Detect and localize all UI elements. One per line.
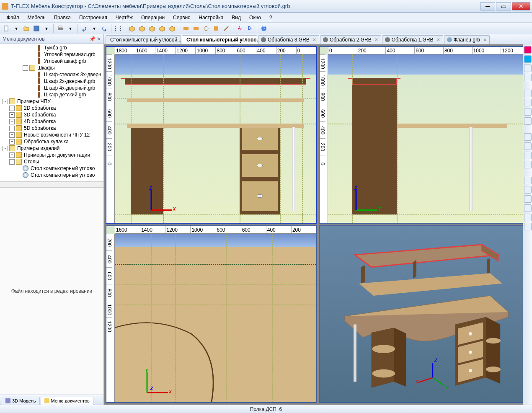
- rt-12[interactable]: [524, 161, 532, 168]
- tool-b-button[interactable]: [191, 24, 201, 33]
- tree-item[interactable]: -Примеры ЧПУ: [1, 98, 103, 105]
- box2-button[interactable]: [137, 24, 147, 33]
- tool-d-button[interactable]: [212, 24, 221, 33]
- rt-1[interactable]: [524, 46, 532, 54]
- help-button[interactable]: ?: [259, 24, 269, 33]
- new-doc-button[interactable]: [2, 24, 11, 33]
- tree-expander[interactable]: -: [9, 159, 15, 165]
- menu-?[interactable]: ?: [266, 14, 276, 21]
- text-b-button[interactable]: B²: [245, 24, 255, 33]
- tree-expander[interactable]: +: [9, 126, 15, 131]
- tree-item[interactable]: -Шкафы: [1, 65, 103, 71]
- rt-9[interactable]: [524, 133, 532, 141]
- box1-button[interactable]: [127, 24, 137, 33]
- tree-item[interactable]: Угловой шкаф.grb: [1, 58, 103, 65]
- menu-Сервис[interactable]: Сервис: [170, 14, 194, 21]
- tree-item[interactable]: +Новые возможности ЧПУ 12: [1, 132, 103, 138]
- rt-5[interactable]: [524, 90, 532, 97]
- tree-item[interactable]: Тумба.grb: [1, 44, 103, 51]
- text-a-button[interactable]: A²: [235, 24, 245, 33]
- rt-8[interactable]: [524, 117, 532, 125]
- tree-item[interactable]: +5D обработка: [1, 125, 103, 132]
- rt-18[interactable]: [524, 223, 532, 230]
- view-front[interactable]: 180016001400120010008006004002000 120010…: [106, 46, 317, 224]
- tree-expander[interactable]: +: [9, 119, 15, 124]
- tree-item[interactable]: Шкаф 2х-дверный.grb: [1, 78, 103, 85]
- rt-13[interactable]: [524, 177, 532, 184]
- box5-button[interactable]: [168, 24, 177, 33]
- open-button[interactable]: [22, 24, 31, 33]
- rt-2[interactable]: [524, 55, 532, 63]
- tree-scrollbar[interactable]: [0, 182, 103, 188]
- tree-item[interactable]: Шкаф детский.grb: [1, 91, 103, 98]
- tree-expander[interactable]: +: [9, 112, 15, 118]
- doc-tab[interactable]: Стол компьютерный угловой...✕: [106, 35, 181, 44]
- close-button[interactable]: ✕: [512, 2, 530, 10]
- tree-expander[interactable]: -: [3, 146, 8, 151]
- maximize-button[interactable]: ▭: [496, 2, 511, 10]
- rt-3[interactable]: [524, 65, 532, 72]
- rt-16[interactable]: [524, 204, 532, 212]
- box3-button[interactable]: [147, 24, 157, 33]
- tree-item[interactable]: +Примеры для документации: [1, 152, 103, 158]
- menu-Чертёж[interactable]: Чертёж: [112, 14, 136, 21]
- rt-15[interactable]: [524, 195, 532, 203]
- view-3d[interactable]: X Y Z: [319, 225, 530, 403]
- rt-17[interactable]: [524, 214, 532, 221]
- tree-item[interactable]: -Примеры изделий: [1, 145, 103, 152]
- canvas-side[interactable]: Y Z: [328, 54, 529, 223]
- doc-tab[interactable]: Стол компьютерный углово...✕: [182, 35, 257, 44]
- redo-button[interactable]: [100, 24, 109, 33]
- undo-button[interactable]: [80, 24, 89, 33]
- rt-14[interactable]: [524, 186, 532, 194]
- tree-item[interactable]: Шкаф-стеллаж 3х-дверн: [1, 71, 103, 78]
- doc-tab[interactable]: Обработка 3.GRB✕: [258, 35, 319, 44]
- canvas-top[interactable]: X Y Z: [115, 234, 316, 402]
- tree-item[interactable]: +3D обработка: [1, 111, 103, 118]
- tree-expander[interactable]: -: [23, 65, 28, 71]
- new-doc-dropdown[interactable]: ▾: [12, 24, 21, 33]
- tool-c-button[interactable]: [201, 24, 211, 33]
- save-dropdown[interactable]: ▾: [42, 24, 51, 33]
- menu-Настройка[interactable]: Настройка: [195, 14, 227, 21]
- menu-Мебель[interactable]: Мебель: [24, 14, 49, 21]
- doc-tab[interactable]: Фланец.grb✕: [444, 35, 490, 44]
- tree-item[interactable]: Шкаф 4х-дверный.grb: [1, 85, 103, 91]
- tree-item[interactable]: Стол компьютерный углово: [1, 172, 103, 178]
- pin-icon[interactable]: 📌 ✕: [89, 36, 101, 42]
- tree-item[interactable]: +Обработка кулачка: [1, 138, 103, 145]
- menu-Правка[interactable]: Правка: [50, 14, 74, 21]
- print-dropdown[interactable]: ▾: [66, 24, 75, 33]
- tree-item[interactable]: Угловой терминал.grb: [1, 51, 103, 58]
- rt-7[interactable]: [524, 108, 532, 116]
- doc-tab[interactable]: Обработка 1.GRB✕: [382, 35, 443, 44]
- tree-item[interactable]: +2D обработка: [1, 105, 103, 111]
- tree-expander[interactable]: +: [9, 152, 15, 158]
- close-icon[interactable]: ✕: [312, 37, 316, 43]
- tree-expander[interactable]: +: [9, 139, 15, 145]
- menu-Файл[interactable]: Файл: [3, 14, 23, 21]
- doc-tab[interactable]: Обработка 2.GRB✕: [320, 35, 381, 44]
- tree-item[interactable]: +4D обработка: [1, 118, 103, 125]
- box4-button[interactable]: [158, 24, 167, 33]
- save-button[interactable]: [32, 24, 41, 33]
- view-top[interactable]: 1600140012001000800600400200 20040060080…: [106, 225, 317, 403]
- tree-item[interactable]: -Столы: [1, 158, 103, 165]
- rt-4[interactable]: [524, 74, 532, 81]
- minimize-button[interactable]: ─: [480, 2, 495, 10]
- tree-expander[interactable]: +: [9, 106, 15, 111]
- tool-e-button[interactable]: [222, 24, 231, 33]
- print-button[interactable]: [56, 24, 65, 33]
- rt-11[interactable]: [524, 152, 532, 159]
- tool-a-button[interactable]: [181, 24, 191, 33]
- menu-Построения[interactable]: Построения: [76, 14, 111, 21]
- menu-Окно[interactable]: Окно: [246, 14, 264, 21]
- menu-Вид[interactable]: Вид: [228, 14, 244, 21]
- canvas-front[interactable]: X Z: [115, 54, 316, 223]
- bottom-tab[interactable]: Меню документов: [41, 397, 93, 405]
- close-icon[interactable]: ✕: [436, 37, 440, 43]
- tree-item[interactable]: Стол компьютерный углово: [1, 165, 103, 172]
- tree-expander[interactable]: +: [9, 132, 15, 138]
- bottom-tab[interactable]: 3D Модель: [2, 397, 40, 405]
- document-tree[interactable]: Тумба.grbУгловой терминал.grbУгловой шка…: [0, 44, 103, 182]
